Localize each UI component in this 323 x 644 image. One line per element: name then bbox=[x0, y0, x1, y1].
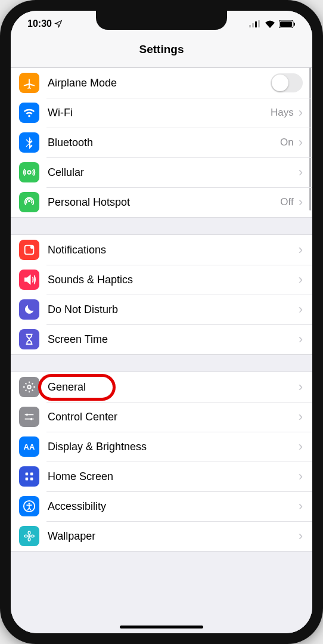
chevron-right-icon: › bbox=[299, 165, 303, 180]
row-accessibility[interactable]: Accessibility › bbox=[11, 491, 312, 521]
svg-rect-5 bbox=[280, 21, 292, 27]
row-label: Notifications bbox=[48, 244, 299, 256]
svg-point-21 bbox=[28, 538, 30, 541]
battery-icon bbox=[279, 20, 296, 28]
chevron-right-icon: › bbox=[299, 105, 303, 120]
screen: 10:30 Settings Airp bbox=[11, 11, 312, 633]
svg-point-7 bbox=[28, 200, 30, 202]
row-label: Bluetooth bbox=[48, 137, 280, 149]
grid-icon bbox=[19, 466, 39, 487]
row-label: General bbox=[48, 381, 299, 394]
row-homescreen[interactable]: Home Screen › bbox=[11, 462, 312, 491]
settings-list[interactable]: Airplane Mode Wi-Fi Hays › Bluetooth bbox=[11, 67, 312, 633]
row-controlcenter[interactable]: Control Center › bbox=[11, 402, 312, 432]
row-display[interactable]: AA Display & Brightness › bbox=[11, 432, 312, 462]
row-label: Sounds & Haptics bbox=[48, 274, 299, 286]
row-label: Cellular bbox=[48, 166, 299, 179]
row-label: Airplane Mode bbox=[48, 77, 271, 89]
flower-icon bbox=[19, 526, 39, 546]
airplane-icon bbox=[19, 73, 39, 93]
group-connectivity: Airplane Mode Wi-Fi Hays › Bluetooth bbox=[11, 67, 312, 218]
phone-frame: 10:30 Settings Airp bbox=[0, 0, 323, 644]
row-notifications[interactable]: Notifications › bbox=[11, 235, 312, 265]
text-size-icon: AA bbox=[19, 436, 39, 457]
wifi-icon bbox=[19, 103, 39, 123]
group-system: General › Control Center › AA Display & … bbox=[11, 371, 312, 552]
svg-point-19 bbox=[28, 535, 30, 537]
status-right bbox=[249, 20, 296, 28]
svg-point-20 bbox=[28, 531, 30, 535]
svg-rect-14 bbox=[30, 473, 33, 476]
page-title-bar: Settings bbox=[11, 37, 312, 67]
row-label: Display & Brightness bbox=[48, 441, 299, 453]
row-hotspot[interactable]: Personal Hotspot Off › bbox=[11, 187, 312, 217]
svg-point-9 bbox=[30, 246, 34, 249]
accessibility-icon bbox=[19, 496, 39, 516]
chevron-right-icon: › bbox=[299, 528, 303, 544]
hourglass-icon bbox=[19, 329, 39, 349]
row-airplane[interactable]: Airplane Mode bbox=[11, 68, 312, 98]
svg-rect-13 bbox=[26, 473, 29, 476]
notch bbox=[96, 11, 227, 30]
svg-point-18 bbox=[29, 503, 30, 504]
row-value: Off bbox=[280, 196, 293, 208]
chevron-right-icon: › bbox=[299, 135, 303, 150]
row-wallpaper[interactable]: Wallpaper › bbox=[11, 521, 312, 551]
svg-point-12 bbox=[30, 418, 33, 420]
row-label: Home Screen bbox=[48, 470, 299, 483]
svg-rect-1 bbox=[252, 23, 254, 27]
chevron-right-icon: › bbox=[299, 469, 303, 484]
row-sounds[interactable]: Sounds & Haptics › bbox=[11, 265, 312, 295]
chevron-right-icon: › bbox=[299, 332, 303, 347]
svg-rect-3 bbox=[258, 20, 260, 27]
row-value: On bbox=[280, 137, 294, 148]
airplane-toggle[interactable] bbox=[271, 73, 303, 92]
home-indicator[interactable] bbox=[120, 626, 203, 628]
svg-rect-0 bbox=[249, 25, 251, 27]
bluetooth-icon bbox=[19, 132, 39, 153]
page-title: Settings bbox=[139, 43, 184, 55]
svg-point-22 bbox=[24, 535, 28, 537]
row-label: Control Center bbox=[48, 411, 299, 423]
chevron-right-icon: › bbox=[299, 409, 303, 425]
status-left: 10:30 bbox=[27, 18, 63, 29]
wifi-status-icon bbox=[265, 20, 275, 28]
chevron-right-icon: › bbox=[299, 379, 303, 395]
sliders-icon bbox=[19, 407, 39, 427]
svg-point-11 bbox=[26, 414, 29, 416]
chevron-right-icon: › bbox=[299, 272, 303, 287]
row-label: Accessibility bbox=[48, 500, 299, 513]
svg-rect-6 bbox=[294, 23, 295, 26]
row-label: Personal Hotspot bbox=[48, 196, 280, 209]
sounds-icon bbox=[19, 270, 39, 290]
row-label: Screen Time bbox=[48, 333, 299, 346]
svg-rect-15 bbox=[26, 478, 29, 481]
svg-rect-16 bbox=[30, 478, 33, 481]
row-value: Hays bbox=[271, 107, 294, 119]
moon-icon bbox=[19, 299, 39, 320]
svg-rect-2 bbox=[255, 21, 257, 27]
row-label: Wallpaper bbox=[48, 530, 299, 543]
row-dnd[interactable]: Do Not Disturb › bbox=[11, 295, 312, 324]
cellular-signal-icon bbox=[249, 20, 261, 27]
row-label: Do Not Disturb bbox=[48, 304, 299, 316]
svg-point-10 bbox=[27, 385, 31, 389]
gear-icon bbox=[19, 377, 39, 397]
group-attention: Notifications › Sounds & Haptics › Do No… bbox=[11, 234, 312, 355]
row-screentime[interactable]: Screen Time › bbox=[11, 324, 312, 354]
svg-point-23 bbox=[31, 535, 35, 537]
chevron-right-icon: › bbox=[299, 194, 303, 210]
status-time: 10:30 bbox=[27, 18, 52, 29]
hotspot-icon bbox=[19, 192, 39, 212]
cellular-icon bbox=[19, 162, 39, 182]
row-label: Wi-Fi bbox=[48, 107, 271, 119]
location-icon bbox=[54, 20, 63, 28]
notifications-icon bbox=[19, 240, 39, 260]
chevron-right-icon: › bbox=[299, 302, 303, 317]
chevron-right-icon: › bbox=[299, 242, 303, 258]
row-cellular[interactable]: Cellular › bbox=[11, 157, 312, 187]
chevron-right-icon: › bbox=[299, 439, 303, 454]
row-general[interactable]: General › bbox=[11, 372, 312, 402]
row-bluetooth[interactable]: Bluetooth On › bbox=[11, 128, 312, 157]
row-wifi[interactable]: Wi-Fi Hays › bbox=[11, 98, 312, 128]
